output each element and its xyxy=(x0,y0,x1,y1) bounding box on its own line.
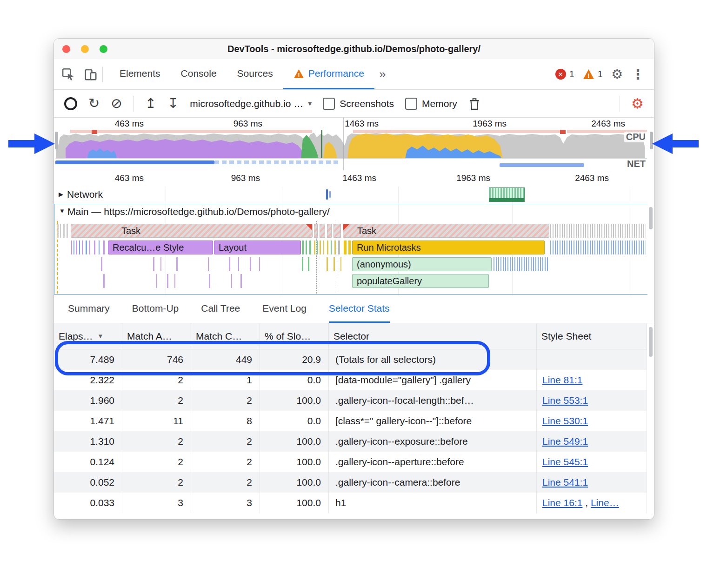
table-row[interactable]: 2.322210.0[data-module="gallery"] .galle… xyxy=(54,370,647,390)
column-header[interactable]: Selector xyxy=(329,323,537,349)
flame-task-bar[interactable]: Task xyxy=(71,224,313,238)
column-header[interactable]: Match C… xyxy=(191,323,260,349)
divider xyxy=(620,96,620,112)
clear-recording-icon[interactable]: ⊘ xyxy=(111,97,122,110)
flame-chart[interactable]: Task Task Recalcu…e Style Layout xyxy=(54,221,647,294)
run-microtasks-label: Run Microtasks xyxy=(357,242,421,253)
more-tabs-icon[interactable]: » xyxy=(374,59,390,89)
load-profile-icon[interactable]: ↥ xyxy=(145,97,156,110)
column-header[interactable]: Elaps…▼ xyxy=(54,323,122,349)
stylesheet-link[interactable]: Line 81:1 xyxy=(542,374,582,385)
selector-cell: .gallery-icon--exposure::before xyxy=(329,431,537,452)
count-cell: 449 xyxy=(191,349,260,370)
bottom-tab-selector-stats[interactable]: Selector Stats xyxy=(329,295,390,323)
stylesheet-link[interactable]: Line 16:1 xyxy=(542,497,582,508)
disclosure-triangle-icon[interactable]: ▼ xyxy=(59,207,65,214)
minimize-window-button[interactable] xyxy=(81,45,89,53)
network-track[interactable]: ▶ Network xyxy=(54,187,654,204)
tab-sources[interactable]: Sources xyxy=(227,59,283,89)
stylesheet-cell: Line 545:1 xyxy=(537,452,647,472)
overview-window-divider[interactable] xyxy=(343,118,344,170)
column-header[interactable]: Match A… xyxy=(122,323,191,349)
flame-sliver xyxy=(67,224,68,238)
annotation-arrow-left xyxy=(8,134,55,154)
flame-sliver xyxy=(333,257,335,271)
column-header[interactable]: Style Sheet xyxy=(537,323,647,349)
history-select[interactable]: microsoftedge.github.io … ▾ xyxy=(190,98,312,109)
stylesheet-link[interactable]: Line… xyxy=(591,497,619,508)
capture-settings-gear-icon[interactable]: ⚙ xyxy=(631,95,644,112)
save-profile-icon[interactable]: ↧ xyxy=(167,97,179,110)
bottom-tab-summary[interactable]: Summary xyxy=(68,295,110,323)
table-row[interactable]: 1.96022100.0.gallery-icon--focal-length:… xyxy=(54,390,647,411)
stylesheet-cell: Line 16:1 , Line… xyxy=(537,493,647,513)
cpu-overview-chart[interactable] xyxy=(55,130,647,159)
column-header[interactable]: % of Slo… xyxy=(260,323,329,349)
close-window-button[interactable] xyxy=(62,45,70,53)
column-header-label: % of Slo… xyxy=(265,331,311,342)
zoom-window-button[interactable] xyxy=(100,45,107,53)
table-row[interactable]: 0.12422100.0.gallery-icon--aperture::bef… xyxy=(54,452,647,472)
bottom-tab-event-log[interactable]: Event Log xyxy=(262,295,307,323)
disclosure-triangle-icon[interactable]: ▶ xyxy=(59,191,63,198)
page: DevTools - microsoftedge.github.io/Demos… xyxy=(0,0,707,588)
kebab-menu-icon[interactable]: ⋮ xyxy=(631,67,645,82)
flame-sliver xyxy=(308,257,309,271)
overview-ticks: 463 ms963 ms1463 ms1963 ms2463 ms xyxy=(54,118,654,130)
flame-sliver xyxy=(99,241,100,254)
tracks-scrollbar[interactable] xyxy=(649,207,653,229)
settings-gear-icon[interactable]: ⚙ xyxy=(611,67,623,82)
flame-sliver xyxy=(71,241,72,254)
reload-and-record-icon[interactable]: ↻ xyxy=(88,97,100,110)
flame-run-microtasks-bar[interactable]: Run Microtasks xyxy=(352,241,545,254)
timeline-ruler[interactable]: 463 ms963 ms1463 ms1963 ms2463 ms xyxy=(54,170,654,187)
flame-sliver xyxy=(103,241,105,254)
table-row[interactable]: 1.31022100.0.gallery-icon--exposure::bef… xyxy=(54,431,647,452)
network-request-marker[interactable] xyxy=(329,191,331,198)
warning-badge[interactable]: ! 1 xyxy=(583,69,603,80)
bottom-tab-bottom-up[interactable]: Bottom-Up xyxy=(132,295,179,323)
elapsed-cell: 7.489 xyxy=(54,349,122,370)
memory-label: Memory xyxy=(422,98,457,109)
record-icon[interactable] xyxy=(64,97,77,110)
flame-sliver xyxy=(167,274,168,288)
flame-task-bar[interactable]: Task xyxy=(343,224,549,238)
inspect-element-icon[interactable] xyxy=(61,67,75,81)
network-activity-block[interactable] xyxy=(489,187,525,202)
tab-console[interactable]: Console xyxy=(171,59,227,89)
stylesheet-link[interactable]: Line 549:1 xyxy=(542,436,588,447)
table-row[interactable]: 1.4711180.0[class*=" gallery-icon--"]::b… xyxy=(54,411,647,431)
collect-garbage-icon[interactable] xyxy=(468,97,480,110)
table-row[interactable]: 0.05222100.0.gallery-icon--camera::befor… xyxy=(54,472,647,493)
memory-checkbox[interactable]: Memory xyxy=(405,98,457,110)
flame-dense-region xyxy=(550,241,646,254)
stylesheet-link[interactable]: Line 541:1 xyxy=(542,477,588,488)
stylesheet-link[interactable]: Line 545:1 xyxy=(542,456,588,467)
tab-elements[interactable]: Elements xyxy=(109,59,171,89)
timeline-overview[interactable]: 463 ms963 ms1463 ms1963 ms2463 ms xyxy=(54,118,654,171)
tab-label: Sources xyxy=(237,68,273,79)
stylesheet-link[interactable]: Line 553:1 xyxy=(542,395,588,406)
screenshots-checkbox[interactable]: Screenshots xyxy=(323,98,394,110)
bottom-tab-call-tree[interactable]: Call Tree xyxy=(201,295,240,323)
table-row[interactable]: 0.03333100.0h1Line 16:1 , Line… xyxy=(54,493,647,513)
count-cell: 2 xyxy=(191,472,260,493)
table-row[interactable]: 7.48974644920.9(Totals for all selectors… xyxy=(54,349,647,370)
main-thread-track[interactable]: ▼ Main — https://microsoftedge.github.io… xyxy=(54,204,647,294)
flame-recalc-style-bar[interactable]: Recalcu…e Style xyxy=(108,241,213,254)
flame-populate-gallery-bar[interactable]: populateGallery xyxy=(352,274,489,288)
overview-left-handle[interactable] xyxy=(55,132,58,149)
flame-layout-bar[interactable]: Layout xyxy=(214,241,301,254)
table-scrollbar[interactable] xyxy=(649,327,653,357)
svg-text:!: ! xyxy=(587,72,590,80)
flame-anonymous-bar[interactable]: (anonymous) xyxy=(352,257,492,271)
devtools-tab-bar: ElementsConsoleSources!Performance » ✕ 1… xyxy=(54,59,654,90)
tab-performance[interactable]: !Performance xyxy=(283,59,374,89)
stylesheet-cell: Line 553:1 xyxy=(537,390,647,411)
network-request-marker[interactable] xyxy=(326,189,328,200)
device-toolbar-icon[interactable] xyxy=(84,67,98,81)
stylesheet-link[interactable]: Line 530:1 xyxy=(542,415,588,426)
attempts-cell: 2 xyxy=(122,472,191,493)
screenshots-label: Screenshots xyxy=(340,98,394,109)
error-badge[interactable]: ✕ 1 xyxy=(555,69,574,80)
